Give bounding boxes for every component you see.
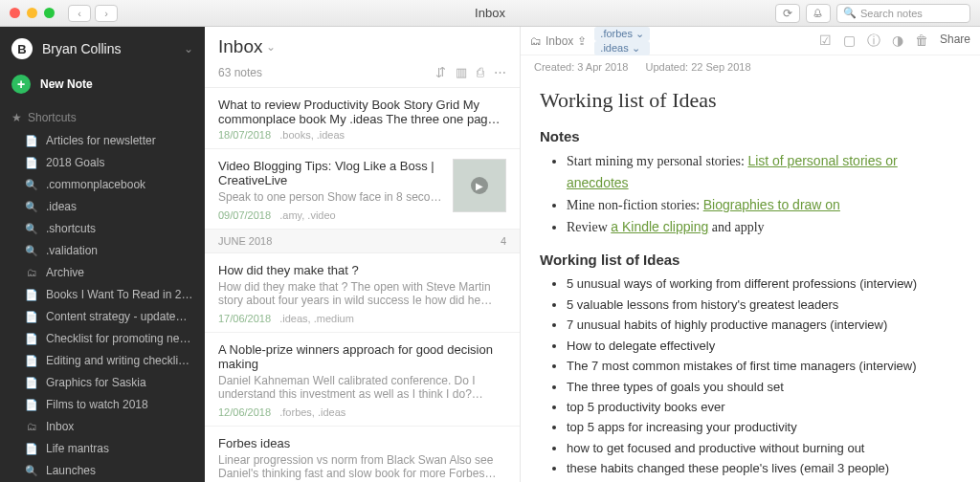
sidebar-item-label: .validation [46, 243, 98, 259]
list-item: top 5 productivity books ever [567, 397, 961, 417]
sidebar-item[interactable]: 🔍.validation [0, 240, 205, 262]
trash-icon[interactable]: 🗑 [915, 33, 928, 50]
note-item-title: A Noble-prize winners approach for good … [218, 342, 506, 371]
account-menu[interactable]: B Bryan Collins ⌄ [0, 27, 205, 67]
section-heading: Working list of Ideas [540, 252, 961, 268]
note-count: 63 notes [218, 66, 262, 79]
inline-link[interactable]: List of personal stories or anecdotes [567, 153, 898, 190]
sidebar-item-label: Books I Want To Read in 2018 [46, 287, 193, 303]
list-item: Mine non-fiction stories: Biographies to… [567, 194, 961, 216]
sidebar-item[interactable]: 🗂Archive [0, 262, 205, 284]
note-item-meta: 17/06/2018 .ideas, .medium [218, 313, 506, 324]
tag-pill[interactable]: .ideas ⌄ [594, 41, 650, 55]
note-item[interactable]: Video Blogging Tips: Vlog Like a Boss | … [205, 149, 520, 230]
note-thumbnail [453, 159, 506, 212]
reminder-icon[interactable]: ☑ [819, 33, 832, 50]
note-item-title: Video Blogging Tips: Vlog Like a Boss | … [218, 159, 443, 187]
inline-link[interactable]: Biographies to draw on [703, 197, 840, 212]
sidebar-item-label: .ideas [46, 199, 77, 215]
close-icon[interactable] [10, 8, 20, 18]
note-item[interactable]: How did they make that ?How did they mak… [205, 253, 520, 333]
item-icon: 📄 [25, 331, 38, 347]
shortcuts-header[interactable]: ★ Shortcuts [0, 107, 205, 130]
notebook-title[interactable]: Inbox ⌄ [218, 36, 506, 57]
sidebar-item[interactable]: 📄Editing and writing checklist for… [0, 350, 205, 372]
sidebar-item-label: Films to watch 2018 [46, 397, 148, 413]
notebook-icon: 🗂 [530, 34, 542, 48]
list-item: these habits changed these people's live… [567, 458, 961, 478]
item-icon: 📄 [25, 353, 38, 369]
note-body[interactable]: Working list of Ideas Notes Start mining… [521, 78, 980, 482]
list-item: 5 valuable lessons from history's greate… [567, 295, 961, 315]
item-icon: 📄 [25, 397, 38, 413]
forward-button[interactable]: › [95, 5, 118, 22]
note-detail: 🗂 Inbox ⇪ .forbes ⌄.ideas ⌄ ☑ ▢ ⓘ ◑ 🗑 Sh… [521, 27, 980, 482]
info-icon[interactable]: ⓘ [867, 33, 880, 50]
sync-button[interactable]: ⟳ [775, 4, 800, 23]
new-note-button[interactable]: + New Note [0, 67, 205, 107]
activity-button[interactable]: 🕭 [806, 4, 831, 23]
sidebar-item[interactable]: 🗂Inbox [0, 416, 205, 438]
sidebar-item[interactable]: 📄Life mantras [0, 438, 205, 460]
note-item[interactable]: Forbes ideasLinear progression vs norm f… [205, 427, 520, 482]
zoom-icon[interactable] [44, 8, 55, 18]
sidebar-item[interactable]: 🔍Launches [0, 460, 205, 482]
sort-icon[interactable]: ⇵ [435, 65, 446, 79]
section-heading: Notes [540, 128, 961, 144]
sidebar-item-label: Inbox [46, 419, 74, 435]
chevron-down-icon: ⌄ [184, 42, 193, 55]
chevron-down-icon: ⌄ [266, 40, 276, 54]
view-icon[interactable]: ▥ [456, 65, 467, 79]
more-icon[interactable]: ⋯ [494, 65, 506, 79]
sidebar-item[interactable]: 🔍.shortcuts [0, 218, 205, 240]
item-icon: 🗂 [25, 419, 38, 435]
note-item-snippet: How did they make that ? The open with S… [218, 280, 506, 307]
sidebar-item[interactable]: 📄Graphics for Saskia [0, 372, 205, 394]
notebook-crumb[interactable]: 🗂 Inbox ⇪ [530, 34, 587, 48]
list-item: The 7 most common mistakes of first time… [567, 356, 961, 376]
present-icon[interactable]: ▢ [843, 33, 856, 50]
item-icon: 🔍 [25, 199, 38, 215]
note-item-meta: 09/07/2018 .amy, .video [218, 209, 443, 221]
note-item[interactable]: A Noble-prize winners approach for good … [205, 333, 520, 427]
sidebar-item[interactable]: 📄Films to watch 2018 [0, 394, 205, 416]
inline-link[interactable]: a Kindle clipping [611, 219, 708, 234]
item-icon: 📄 [25, 287, 38, 303]
list-item: How to delegate effectively [567, 336, 961, 356]
history-icon[interactable]: ◑ [892, 33, 903, 50]
sidebar-item-label: Content strategy - updated Marc… [46, 309, 193, 325]
chevron-down-icon: ⌄ [632, 42, 640, 55]
list-item: how to get focused and productive withou… [567, 438, 961, 458]
sidebar: B Bryan Collins ⌄ + New Note ★ Shortcuts… [0, 27, 205, 482]
tag-pill[interactable]: .forbes ⌄ [594, 27, 650, 41]
sidebar-item[interactable]: 🔍.commonplacebook [0, 174, 205, 196]
filter-icon[interactable]: ⎙ [477, 65, 484, 79]
search-icon: 🔍 [843, 7, 857, 19]
note-title[interactable]: Working list of Ideas [540, 88, 961, 113]
list-item: The three types of goals you should set [567, 377, 961, 397]
plus-icon: + [11, 75, 31, 94]
note-item-meta: 18/07/2018 .books, .ideas [218, 129, 506, 141]
search-input[interactable]: 🔍 Search notes [836, 4, 970, 23]
star-icon: ★ [11, 111, 22, 124]
note-item-title: How did they make that ? [218, 263, 506, 277]
sidebar-item[interactable]: 📄Books I Want To Read in 2018 [0, 284, 205, 306]
share-button[interactable]: Share [940, 33, 970, 50]
item-icon: 📄 [25, 133, 38, 149]
export-icon[interactable]: ⇪ [577, 34, 587, 48]
sidebar-item[interactable]: 📄Articles for newsletter [0, 130, 205, 152]
item-icon: 🔍 [25, 243, 38, 259]
sidebar-item[interactable]: 📄2018 Goals [0, 152, 205, 174]
user-name: Bryan Collins [42, 41, 121, 56]
sidebar-item-label: Articles for newsletter [46, 133, 156, 149]
sidebar-item[interactable]: 📄Checklist for promoting new blo… [0, 328, 205, 350]
item-icon: 📄 [25, 309, 38, 325]
note-item-meta: 12/06/2018 .forbes, .ideas [218, 406, 506, 418]
sidebar-item[interactable]: 📄Content strategy - updated Marc… [0, 306, 205, 328]
sidebar-item[interactable]: 🔍.ideas [0, 196, 205, 218]
list-item: Review a Kindle clipping and apply [567, 216, 961, 238]
window-controls [0, 8, 55, 18]
minimize-icon[interactable] [27, 8, 37, 18]
back-button[interactable]: ‹ [68, 5, 91, 22]
note-item[interactable]: What to review Productivity Book Story G… [205, 88, 520, 149]
